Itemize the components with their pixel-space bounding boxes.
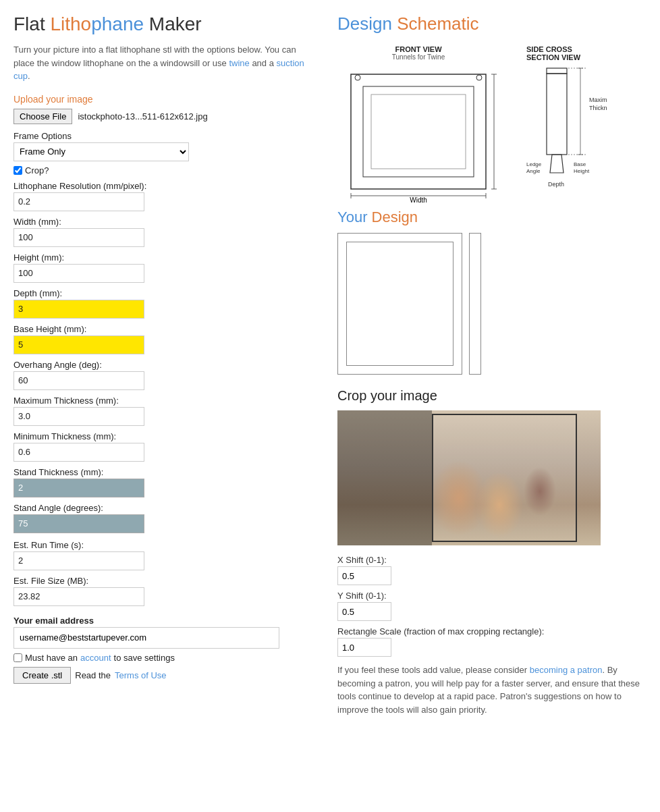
design-preview — [337, 233, 647, 375]
stand-angle-input[interactable] — [13, 514, 144, 533]
left-overlay — [337, 410, 432, 545]
resolution-input[interactable] — [13, 192, 144, 211]
terms-row: Create .stl Read the Terms of Use — [13, 667, 317, 684]
svg-text:Ledge: Ledge — [526, 161, 542, 167]
side-view-label2: SECTION VIEW — [526, 53, 607, 61]
side-view: SIDE CROSS SECTION VIEW Maximu — [526, 45, 607, 198]
frame-options-select[interactable]: Frame Only No Frame Frame with Stand — [13, 142, 189, 161]
terms-of-use-link[interactable]: Terms of Use — [115, 670, 167, 680]
page-title: Flat Lithophane Maker — [13, 13, 317, 35]
overhang-input[interactable] — [13, 371, 144, 390]
est-filesize-label: Est. File Size (MB): — [13, 576, 317, 586]
max-thickness-input[interactable] — [13, 407, 144, 426]
intro-text: Turn your picture into a flat lithophane… — [13, 43, 317, 83]
est-runtime-label: Est. Run Time (s): — [13, 540, 317, 550]
x-shift-label: X Shift (0-1): — [337, 555, 647, 565]
crop-selection[interactable] — [432, 414, 577, 542]
svg-text:Base: Base — [574, 161, 586, 167]
max-thickness-label: Maximum Thickness (mm): — [13, 396, 317, 406]
y-shift-label: Y Shift (0-1): — [337, 591, 647, 601]
crop-checkbox[interactable] — [13, 166, 22, 175]
y-shift-input[interactable] — [337, 602, 391, 621]
y-shift-section: Y Shift (0-1): — [337, 591, 647, 621]
patron-text: If you feel these tools add value, pleas… — [337, 664, 647, 716]
side-view-svg: Maximum Thickness Ledge Angle Base Heigh… — [526, 61, 607, 196]
svg-text:Width: Width — [410, 196, 427, 202]
svg-rect-1 — [363, 86, 474, 177]
depth-label: Depth (mm): — [13, 288, 317, 298]
svg-text:Maximum: Maximum — [589, 97, 607, 103]
svg-rect-13 — [547, 68, 567, 74]
twine-link[interactable]: twine — [229, 58, 249, 68]
x-shift-input[interactable] — [337, 566, 391, 585]
preview-frame — [337, 233, 462, 375]
base-height-input[interactable] — [13, 335, 144, 354]
overhang-label: Overhang Angle (deg): — [13, 360, 317, 370]
front-view: FRONT VIEW Tunnels for Twine W — [337, 45, 499, 205]
rect-scale-label: Rectangle Scale (fraction of max croppin… — [337, 626, 647, 637]
choose-file-button[interactable]: Choose File — [13, 109, 72, 124]
stand-angle-label: Stand Angle (degrees): — [13, 503, 317, 513]
svg-text:Depth: Depth — [548, 181, 564, 188]
account-row: Must have an account to save settings — [13, 653, 317, 663]
svg-text:Angle: Angle — [526, 168, 541, 174]
resolution-label: Lithophane Resolution (mm/pixel): — [13, 181, 317, 191]
est-filesize-input — [13, 587, 144, 606]
x-shift-section: X Shift (0-1): — [337, 555, 647, 585]
upload-label: Upload your image — [13, 94, 317, 105]
file-name-display: istockphoto-13...511-612x612.jpg — [78, 111, 207, 121]
tunnels-label: Tunnels for Twine — [337, 53, 499, 61]
crop-section-title: Crop your image — [337, 388, 647, 404]
schematic-diagram: FRONT VIEW Tunnels for Twine W — [337, 45, 647, 205]
width-input[interactable] — [13, 228, 144, 247]
front-view-label: FRONT VIEW — [337, 45, 499, 53]
rect-scale-section: Rectangle Scale (fraction of max croppin… — [337, 626, 647, 657]
side-view-label: SIDE CROSS — [526, 45, 607, 53]
suction-cup-link[interactable]: suction cup — [13, 58, 304, 82]
svg-point-4 — [476, 75, 482, 80]
depth-input[interactable] — [13, 300, 144, 319]
email-label: Your email address — [13, 616, 317, 626]
front-view-svg: Width Height — [337, 61, 499, 202]
width-label: Width (mm): — [13, 217, 317, 227]
rect-scale-input[interactable] — [337, 638, 391, 657]
file-upload-row: Choose File istockphoto-13...511-612x612… — [13, 109, 317, 124]
est-runtime-input — [13, 551, 144, 570]
crop-image-container — [337, 410, 601, 545]
your-design-title: Your Design — [337, 209, 647, 226]
stand-thickness-input[interactable] — [13, 479, 144, 497]
stand-thickness-label: Stand Thickness (mm): — [13, 467, 317, 477]
crop-checkbox-row: Crop? — [13, 165, 317, 175]
crop-label: Crop? — [25, 165, 49, 175]
svg-rect-14 — [547, 74, 567, 155]
patron-link[interactable]: becoming a patron — [530, 665, 603, 675]
svg-marker-15 — [550, 155, 563, 173]
design-schematic-title: Design Schematic — [337, 13, 647, 34]
min-thickness-input[interactable] — [13, 443, 144, 462]
account-checkbox[interactable] — [13, 653, 22, 662]
svg-text:Height: Height — [574, 168, 590, 174]
min-thickness-label: Minimum Thickness (mm): — [13, 431, 317, 441]
side-bar-preview — [469, 233, 481, 375]
svg-rect-2 — [371, 94, 466, 169]
height-label: Height (mm): — [13, 252, 317, 263]
frame-options-label: Frame Options — [13, 131, 317, 141]
height-input[interactable] — [13, 264, 144, 283]
account-link[interactable]: account — [80, 653, 111, 663]
svg-point-3 — [355, 75, 360, 80]
email-input[interactable] — [13, 627, 279, 649]
create-stl-button[interactable]: Create .stl — [13, 667, 71, 684]
base-height-label: Base Height (mm): — [13, 324, 317, 334]
preview-inner — [346, 242, 453, 366]
svg-text:Thickness: Thickness — [589, 105, 607, 111]
